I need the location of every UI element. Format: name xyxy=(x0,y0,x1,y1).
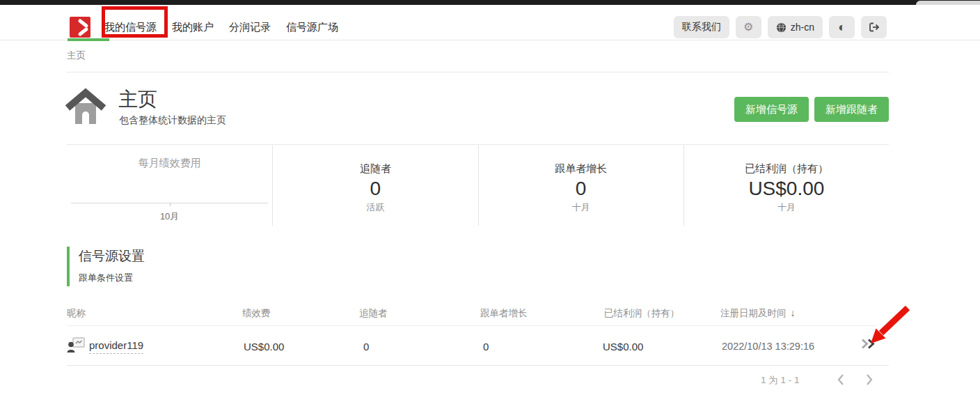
section-subtitle: 跟单条件设置 xyxy=(79,272,145,284)
divider xyxy=(67,72,889,72)
gear-icon: ⚙ xyxy=(743,22,753,33)
row-performance-fee: US$0.00 xyxy=(244,341,284,353)
stats-row: 每月绩效费用 10月 追随者 0 活跃 跟单者增长 0 十月 已结利润（持有） … xyxy=(67,144,889,226)
page-title: 主页 xyxy=(118,86,157,113)
top-navbar: 我的信号源 我的账户 分润记录 信号源广场 联系我们 ⚙ zh-cn xyxy=(0,5,980,40)
signal-provider-dashboard: 我的信号源 我的账户 分润记录 信号源广场 联系我们 ⚙ zh-cn xyxy=(0,0,980,418)
section-title: 信号源设置 xyxy=(79,247,145,265)
row-follower-growth: 0 xyxy=(483,341,489,353)
brand-logo-icon[interactable] xyxy=(70,17,90,38)
axis-tick xyxy=(170,203,171,206)
col-header-nickname[interactable]: 昵称 xyxy=(67,307,86,320)
nav-item-my-account[interactable]: 我的账户 xyxy=(172,21,214,34)
row-nickname-link[interactable]: provider119 xyxy=(89,339,143,354)
page-subtitle: 包含整体统计数据的主页 xyxy=(119,114,226,127)
theme-contrast-button[interactable]: ◐ xyxy=(829,16,855,38)
col-header-followers[interactable]: 追随者 xyxy=(359,307,388,320)
stat-value: 0 xyxy=(273,178,477,199)
language-label: zh-cn xyxy=(791,22,814,33)
stat-sublabel: 十月 xyxy=(684,201,889,214)
stat-title: 已结利润（持有） xyxy=(684,162,889,176)
stat-title: 跟单者增长 xyxy=(479,162,683,176)
contact-us-label: 联系我们 xyxy=(682,21,721,33)
add-signal-button[interactable]: 新增信号源 xyxy=(734,97,809,122)
stat-value: 0 xyxy=(479,178,683,199)
row-expand-double-chevron-icon[interactable] xyxy=(860,339,877,349)
settings-button[interactable]: ⚙ xyxy=(736,16,761,38)
provider-avatar-icon xyxy=(67,336,86,353)
stat-monthly-fee-chart: 每月绩效费用 10月 xyxy=(67,145,272,226)
page-actions: 新增信号源 新增跟随者 xyxy=(734,97,889,122)
table-header-divider xyxy=(67,325,876,326)
col-header-performance-fee[interactable]: 绩效费 xyxy=(242,307,271,320)
pagination-info: 1 为 1 - 1 xyxy=(761,374,800,387)
contact-us-button[interactable]: 联系我们 xyxy=(674,16,729,38)
chart-x-axis xyxy=(71,203,268,203)
browser-top-strip xyxy=(0,0,980,5)
contrast-icon: ◐ xyxy=(838,21,846,33)
col-header-registered-label: 注册日期及时间 xyxy=(720,308,787,318)
signal-settings-section-header: 信号源设置 跟单条件设置 xyxy=(67,247,145,286)
stat-sublabel: 十月 xyxy=(479,201,683,214)
stat-settled-profit: 已结利润（持有） US$0.00 十月 xyxy=(683,145,889,226)
stat-title: 追随者 xyxy=(273,162,477,176)
col-header-follower-growth[interactable]: 跟单者增长 xyxy=(480,307,528,320)
nav-item-profit-records[interactable]: 分润记录 xyxy=(229,21,271,34)
next-icon xyxy=(865,373,874,386)
logout-button[interactable] xyxy=(861,16,887,38)
stat-sublabel: 活跃 xyxy=(273,201,477,214)
nav-item-my-signals[interactable]: 我的信号源 xyxy=(104,21,157,34)
pagination-prev-button[interactable] xyxy=(833,372,848,387)
stat-followers: 追随者 0 活跃 xyxy=(272,145,477,226)
row-settled-profit: US$0.00 xyxy=(603,341,643,353)
language-button[interactable]: zh-cn xyxy=(768,16,823,38)
col-header-registered-at[interactable]: 注册日期及时间↓ xyxy=(720,307,796,320)
row-followers: 0 xyxy=(363,341,369,353)
add-follower-button[interactable]: 新增跟随者 xyxy=(814,97,889,122)
nav-item-signal-plaza[interactable]: 信号源广场 xyxy=(286,21,338,34)
table-row-divider xyxy=(67,365,889,366)
home-icon xyxy=(65,88,106,127)
chart-title: 每月绩效费用 xyxy=(67,157,272,170)
prev-icon xyxy=(837,373,845,386)
main-menu: 我的信号源 我的账户 分润记录 信号源广场 xyxy=(104,10,338,45)
pagination-next-button[interactable] xyxy=(862,372,877,387)
sort-desc-icon[interactable]: ↓ xyxy=(791,307,796,318)
logout-icon xyxy=(869,22,880,32)
axis-tick-label: 10月 xyxy=(67,210,272,223)
active-nav-indicator xyxy=(68,38,109,41)
globe-icon xyxy=(776,22,787,33)
col-header-settled-profit[interactable]: 已结利润（持有） xyxy=(604,307,679,320)
breadcrumb[interactable]: 主页 xyxy=(67,49,86,62)
navbar-actions: 联系我们 ⚙ zh-cn ◐ xyxy=(674,10,887,45)
row-registered-at: 2022/10/13 13:29:16 xyxy=(722,341,814,352)
stat-follower-growth: 跟单者增长 0 十月 xyxy=(478,145,683,226)
stat-value: US$0.00 xyxy=(684,178,889,199)
